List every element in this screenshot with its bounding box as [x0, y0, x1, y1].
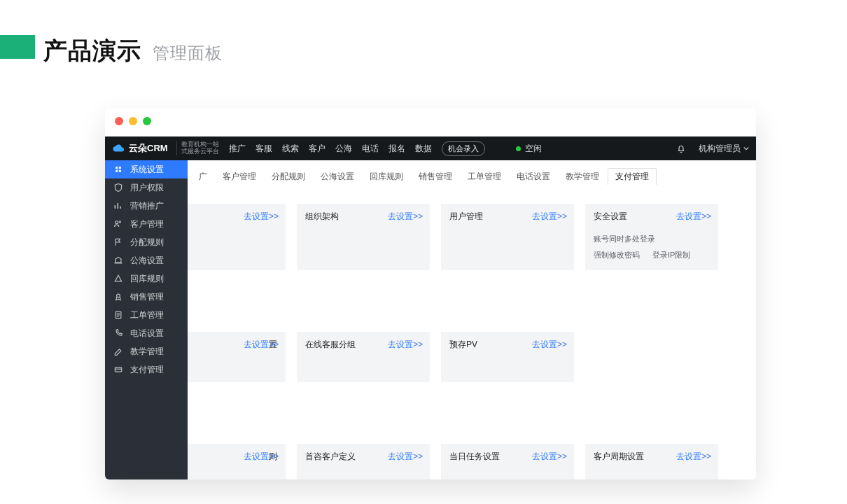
sidebar-item-label: 营销推广	[130, 200, 164, 212]
doc-icon	[113, 310, 123, 320]
nav-item[interactable]: 报名	[388, 143, 405, 155]
sidebar-item-settings[interactable]: 系统设置	[105, 160, 188, 178]
slide-subtitle: 管理面板	[153, 42, 223, 64]
sidebar-item-label: 系统设置	[130, 164, 164, 176]
sidebar-item-bank[interactable]: 公海设置	[105, 251, 188, 270]
settings-card: 组织架构去设置>>	[297, 204, 430, 270]
go-settings-link[interactable]: 去设置>>	[532, 339, 567, 351]
tab-item[interactable]: 客户管理	[216, 169, 263, 185]
go-settings-link[interactable]: 去设置>>	[388, 451, 423, 463]
sidebar-item-card[interactable]: 支付管理	[105, 360, 188, 379]
card-tag: 账号同时多处登录	[594, 234, 655, 244]
slide-title: 产品演示	[43, 35, 141, 67]
window-controls	[115, 117, 151, 125]
settings-card: 在线客服分组去设置>>	[297, 332, 430, 382]
sidebar-item-label: 教学管理	[130, 346, 164, 358]
cloud-icon	[112, 142, 125, 155]
badge-icon	[113, 292, 123, 302]
sidebar-item-doc[interactable]: 工单管理	[105, 306, 188, 324]
tab-item[interactable]: 分配规则	[265, 169, 312, 185]
cards-area: 去设置>>组织架构去设置>>用户管理去设置>>安全设置去设置>>账号同时多处登录…	[188, 192, 756, 479]
user-label-text: 机构管理员	[699, 143, 741, 155]
minimize-window-icon[interactable]	[129, 117, 137, 125]
bars-icon	[113, 201, 123, 211]
tabs: 广客户管理分配规则公海设置回库规则销售管理工单管理电话设置教学管理支付管理	[188, 160, 756, 192]
top-nav: 推广 客服 线索 客户 公海 电话 报名 数据	[229, 143, 432, 155]
nav-item[interactable]: 数据	[415, 143, 432, 155]
phone-icon	[113, 328, 123, 338]
card-row: 去设置>>组织架构去设置>>用户管理去设置>>安全设置去设置>>账号同时多处登录…	[188, 204, 743, 270]
go-settings-link[interactable]: 去设置>>	[532, 451, 567, 463]
sidebar-item-people[interactable]: 客户管理	[105, 215, 188, 233]
slide-header: 产品演示 管理面板	[0, 35, 223, 67]
nav-item[interactable]: 线索	[282, 143, 299, 155]
sidebar-item-phone[interactable]: 电话设置	[105, 324, 188, 342]
tab-item[interactable]: 回库规则	[363, 169, 410, 185]
nav-item[interactable]: 客服	[255, 143, 272, 155]
sidebar-item-triangle[interactable]: 回库规则	[105, 270, 188, 288]
sidebar-item-label: 客户管理	[130, 218, 164, 230]
svg-point-2	[117, 294, 120, 298]
go-settings-link[interactable]: 去设置>>	[676, 211, 711, 223]
sidebar-item-label: 回库规则	[130, 273, 164, 285]
close-window-icon[interactable]	[115, 117, 123, 125]
sidebar-item-flag[interactable]: 分配规则	[105, 233, 188, 251]
sidebar-item-shield[interactable]: 用户权限	[105, 178, 188, 197]
go-settings-link[interactable]: 去设置>>	[676, 451, 711, 463]
settings-icon	[113, 164, 123, 174]
go-settings-link[interactable]: 去设置>>	[388, 339, 423, 351]
content: 广客户管理分配规则公海设置回库规则销售管理工单管理电话设置教学管理支付管理 去设…	[188, 160, 756, 479]
bell-icon[interactable]	[676, 144, 686, 153]
card-row: 则去设置>>首咨客户定义去设置>>当日任务设置去设置>>客户周期设置去设置>>	[188, 444, 743, 479]
tab-item[interactable]: 工单管理	[461, 169, 508, 185]
tab-item[interactable]: 电话设置	[510, 169, 557, 185]
tab-item[interactable]: 教学管理	[559, 169, 606, 185]
sidebar-item-label: 电话设置	[130, 328, 164, 340]
status-label: 空闲	[525, 143, 542, 155]
sidebar-item-label: 公海设置	[130, 255, 164, 267]
settings-card: 当日任务设置去设置>>	[441, 444, 574, 479]
maximize-window-icon[interactable]	[143, 117, 151, 125]
settings-card: 则去设置>>	[188, 444, 286, 479]
tab-partial[interactable]: 广	[192, 169, 214, 185]
chevron-down-icon	[743, 146, 749, 151]
card-icon	[113, 365, 123, 374]
app-body: 系统设置用户权限营销推广客户管理分配规则公海设置回库规则销售管理工单管理电话设置…	[105, 160, 756, 479]
go-settings-link[interactable]: 去设置>>	[532, 211, 567, 223]
status-dot-icon	[516, 146, 521, 151]
user-menu[interactable]: 机构管理员	[699, 143, 749, 155]
nav-item[interactable]: 推广	[229, 143, 246, 155]
nav-item[interactable]: 公海	[335, 143, 352, 155]
go-settings-link[interactable]: 去设置>>	[244, 211, 279, 223]
nav-item[interactable]: 客户	[309, 143, 326, 155]
tab-item[interactable]: 销售管理	[412, 169, 459, 185]
people-icon	[113, 219, 123, 229]
flag-icon	[113, 237, 123, 247]
topbar: 云朵CRM 教育机构一站 式服务云平台 推广 客服 线索 客户 公海 电话 报名…	[105, 136, 756, 160]
tab-item[interactable]: 支付管理	[608, 168, 657, 185]
sidebar-item-bars[interactable]: 营销推广	[105, 197, 188, 215]
nav-item[interactable]: 电话	[362, 143, 379, 155]
sidebar: 系统设置用户权限营销推广客户管理分配规则公海设置回库规则销售管理工单管理电话设置…	[105, 160, 188, 479]
go-settings-link[interactable]: 去设置>>	[244, 451, 279, 463]
card-row: 置去设置>>在线客服分组去设置>>预存PV去设置>>	[188, 332, 743, 382]
card-tag: 登录IP限制	[652, 250, 690, 260]
bank-icon	[113, 255, 123, 265]
go-settings-link[interactable]: 去设置>>	[388, 211, 423, 223]
status-indicator[interactable]: 空闲	[516, 143, 542, 155]
sidebar-item-pencil[interactable]: 教学管理	[105, 342, 188, 360]
logo[interactable]: 云朵CRM 教育机构一站 式服务云平台	[112, 141, 219, 155]
sidebar-item-badge[interactable]: 销售管理	[105, 288, 188, 306]
settings-card: 置去设置>>	[188, 332, 286, 382]
shield-icon	[113, 183, 123, 192]
go-settings-link[interactable]: 去设置>>	[244, 339, 279, 351]
tab-item[interactable]: 公海设置	[314, 169, 361, 185]
pencil-icon	[113, 346, 123, 356]
app-window: 云朵CRM 教育机构一站 式服务云平台 推广 客服 线索 客户 公海 电话 报名…	[105, 108, 756, 479]
svg-point-1	[119, 221, 120, 223]
logo-text: 云朵CRM	[129, 142, 168, 155]
sidebar-item-label: 用户权限	[130, 182, 164, 194]
settings-card: 去设置>>	[188, 204, 286, 270]
card-tag: 强制修改密码	[594, 250, 640, 260]
record-opportunity-button[interactable]: 机会录入	[442, 141, 485, 156]
